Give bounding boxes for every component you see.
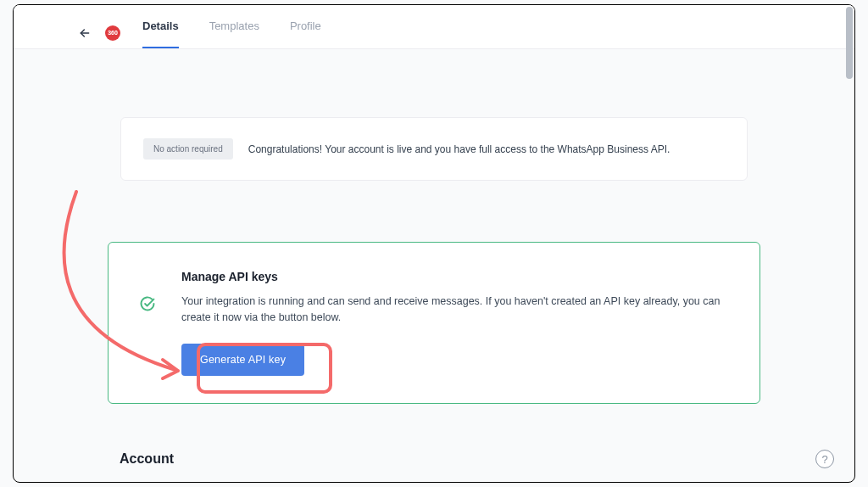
tab-profile[interactable]: Profile [290, 17, 321, 48]
app-frame: 360 Details Templates Profile No action … [13, 4, 855, 483]
scrollbar-track[interactable] [844, 5, 854, 482]
account-section-heading: Account [120, 451, 174, 467]
main-content: No action required Congratulations! Your… [14, 49, 854, 421]
check-circle-icon [139, 295, 156, 312]
tab-bar: Details Templates Profile [142, 17, 321, 48]
tab-details[interactable]: Details [142, 17, 179, 48]
status-message: Congratulations! Your account is live an… [248, 143, 670, 155]
arrow-left-icon [78, 26, 92, 40]
api-keys-card: Manage API keys Your integration is runn… [108, 242, 760, 404]
question-mark-icon: ? [821, 453, 827, 466]
tab-templates[interactable]: Templates [209, 17, 259, 48]
brand-logo: 360 [105, 25, 120, 41]
status-card: No action required Congratulations! Your… [120, 117, 748, 181]
api-card-body: Manage API keys Your integration is runn… [181, 270, 734, 376]
header: 360 Details Templates Profile [14, 5, 854, 49]
generate-api-key-button[interactable]: Generate API key [181, 344, 304, 376]
api-card-description: Your integration is running and can send… [181, 294, 734, 327]
back-button[interactable] [76, 25, 93, 42]
api-card-title: Manage API keys [181, 270, 734, 283]
help-button[interactable]: ? [815, 450, 834, 468]
status-badge: No action required [143, 138, 233, 160]
scrollbar-thumb[interactable] [846, 7, 853, 79]
